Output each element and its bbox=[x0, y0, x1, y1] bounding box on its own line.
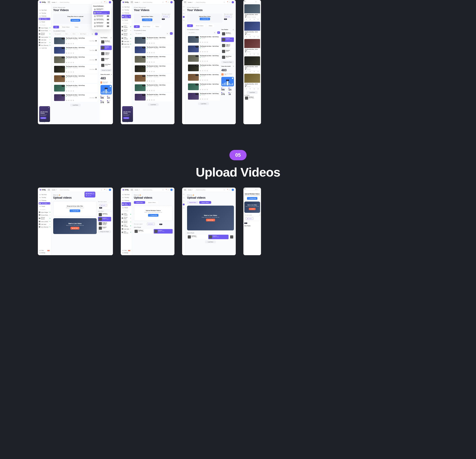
playlist-item[interactable]: Call of Duty®Shooting bbox=[101, 63, 112, 68]
logo[interactable]: Unity. bbox=[40, 1, 46, 3]
nav-feed[interactable]: New Feed bbox=[39, 9, 50, 11]
promo-card: Join the Unity Gaming Discover the best … bbox=[122, 106, 133, 122]
avatar[interactable] bbox=[109, 1, 111, 3]
help-icon[interactable] bbox=[106, 1, 108, 3]
notif-item[interactable]: Glenn GreerCommented on "Your Latest Vid… bbox=[93, 11, 110, 14]
logo[interactable]: Unity. bbox=[123, 1, 129, 3]
load-more[interactable]: Load more bbox=[39, 47, 50, 49]
video-card[interactable]: 10:42The Results Are Now – Call of Duty2… bbox=[53, 55, 98, 64]
close-icon[interactable] bbox=[48, 107, 49, 108]
view-grid-icon[interactable]: ▦ bbox=[91, 33, 94, 35]
opt-live-now[interactable]: Live now› bbox=[85, 195, 94, 197]
nav-following[interactable]: Following bbox=[122, 12, 131, 14]
choose-file-button[interactable]: △ Choose File bbox=[142, 18, 152, 21]
avatar[interactable] bbox=[259, 1, 260, 2]
load-more-button[interactable]: Load More bbox=[70, 104, 81, 106]
nav-trending[interactable]: Trending bbox=[122, 9, 131, 11]
join-now-button[interactable]: Join Now bbox=[123, 117, 129, 119]
nav-feed[interactable]: New Feed bbox=[122, 6, 131, 8]
nav-your-videos[interactable]: Your Videos⊕ bbox=[39, 18, 50, 20]
manage-playlist-button[interactable]: Manage Your Playlist bbox=[101, 69, 112, 71]
nav-trending[interactable]: Trending bbox=[39, 12, 50, 14]
menu-icon[interactable] bbox=[184, 1, 186, 3]
follower-item[interactable]: Dylan Hodges bbox=[39, 27, 50, 29]
tab-videos[interactable]: Videos bbox=[153, 25, 161, 28]
playlist-item[interactable]: Fortnite®Shooting · 12 videos bbox=[101, 45, 112, 50]
tab-stream[interactable]: Stream Videos bbox=[60, 26, 72, 28]
step-title: Upload Videos bbox=[0, 165, 476, 180]
drag-upload-box[interactable]: Drag files here to upload ⊕ choose file bbox=[53, 14, 98, 24]
notif-item[interactable]: Sarah Saundersrated 'The Results Ar…' bbox=[93, 14, 110, 18]
close-icon[interactable] bbox=[110, 86, 111, 87]
choose-file-button[interactable]: △ Choose File bbox=[70, 209, 80, 212]
filter-date[interactable]: Date uploaded bbox=[53, 33, 63, 35]
filter-more[interactable]: More bbox=[64, 33, 70, 35]
choose-file-button[interactable]: ⊕ choose file bbox=[70, 19, 80, 22]
video-card[interactable]: 10:42The Results Are Now – Call of Duty2… bbox=[53, 74, 98, 83]
live-now-button[interactable]: ◉ Live Now bbox=[70, 227, 80, 229]
playlist-add-icon[interactable]: + bbox=[110, 37, 112, 38]
drag-drop-box[interactable]: Drag and drop video files Setup a stream… bbox=[53, 201, 97, 217]
join-now-button[interactable]: Join Now bbox=[40, 117, 46, 119]
bell-icon[interactable] bbox=[257, 1, 258, 2]
notif-item[interactable]: Sarah SaundersCommented on bbox=[93, 8, 110, 11]
view-list-icon[interactable]: ☰ bbox=[95, 33, 98, 35]
confirm-button[interactable]: △ Confirm bbox=[249, 208, 255, 210]
video-card[interactable]: 10:42The Results Are Now – Call of Duty2… bbox=[134, 36, 173, 45]
nav-your-videos[interactable]: Your Videos⊕ bbox=[122, 15, 131, 18]
choose-file-button[interactable]: △ Choose File bbox=[247, 197, 257, 200]
browse-dropdown[interactable]: browse bbox=[135, 1, 140, 3]
menu-icon[interactable] bbox=[131, 1, 133, 3]
upload-options-popup: New Video⊕ Live now› bbox=[85, 192, 95, 198]
expand-icon[interactable]: ↗ bbox=[111, 74, 112, 75]
tab-all[interactable]: All bbox=[53, 26, 59, 28]
search-icon[interactable]: ⌕ bbox=[255, 1, 256, 2]
nav-playlist[interactable]: Playlist bbox=[122, 19, 131, 21]
bell-icon[interactable] bbox=[103, 1, 105, 3]
nav-your-videos[interactable] bbox=[183, 16, 185, 18]
notif-item[interactable]: Sarah Saundersrated 'The Results Ar…' bbox=[93, 25, 110, 28]
close-icon[interactable] bbox=[131, 107, 132, 108]
views-count: 483 bbox=[101, 77, 112, 80]
follower-item[interactable]: Jerry Sherman bbox=[39, 44, 50, 46]
tab-stream[interactable]: Stream Videos bbox=[146, 201, 158, 204]
browse-dropdown[interactable]: browse bbox=[52, 1, 57, 3]
tab-all[interactable]: All bbox=[134, 25, 140, 28]
promo-card: Join the Unity Gaming Discover the best … bbox=[39, 106, 50, 122]
video-card[interactable]: 10:42The Results Are Now – Call of Duty2… bbox=[53, 93, 98, 102]
tab-upload[interactable]: Upload Video bbox=[134, 201, 145, 204]
page-title: Your Videos bbox=[53, 9, 98, 12]
follower-item[interactable]: Isaac Lambert bbox=[39, 36, 50, 38]
playlist-item[interactable]: Fortnite®Shooting bbox=[101, 57, 112, 62]
upload-new-box[interactable]: Upload New Video △ Choose File bbox=[134, 14, 161, 23]
notif-item[interactable]: Sarah Saundersrated 'The Results Ar…' bbox=[93, 21, 110, 25]
menu-icon[interactable] bbox=[48, 1, 50, 3]
follower-item[interactable]: Lillie Nash bbox=[39, 39, 50, 41]
search-input[interactable]: Search Everything bbox=[142, 1, 161, 3]
mobile-video-card[interactable]: The Results Are Now – Call of DutyCall o… bbox=[244, 4, 260, 20]
follower-item[interactable]: Edith Cain bbox=[39, 42, 50, 43]
views-chart: 475 bbox=[101, 85, 112, 95]
video-card[interactable]: 10:42The Results Are Now – Call of Duty2… bbox=[53, 84, 98, 92]
live-now-button[interactable]: ◉ Live Now bbox=[206, 219, 215, 221]
video-card[interactable]: 10:42The Results Are Now – Call of Duty2… bbox=[53, 65, 98, 73]
nav-playlist[interactable]: Playlist bbox=[39, 21, 50, 23]
video-card[interactable]: 10:42The Results Are Now – Call of Duty2… bbox=[53, 36, 98, 45]
follower-item[interactable]: Richard Bowers bbox=[39, 32, 50, 35]
upload-icon[interactable] bbox=[101, 1, 102, 3]
opt-new-video[interactable]: New Video⊕ bbox=[85, 192, 94, 195]
nav-following[interactable]: Following bbox=[39, 15, 50, 17]
search-input[interactable]: Search Everything bbox=[59, 1, 99, 3]
playlist-item[interactable]: The Dota 2Dota2 · 12 videos bbox=[101, 40, 112, 44]
video-card[interactable]: 10:42The Results Are Now – Call of Duty2… bbox=[53, 46, 98, 55]
menu-icon[interactable] bbox=[244, 1, 246, 2]
tab-videos[interactable]: Videos bbox=[73, 26, 80, 28]
dropbox-button[interactable]: ▣ Dropbox bbox=[162, 15, 170, 18]
playlist-item[interactable]: League of Legends®Online game bbox=[101, 52, 112, 56]
tab-stream[interactable]: Stream Videos bbox=[141, 25, 153, 28]
notif-item[interactable]: Sarah SaundersLiked · Your Latest Video bbox=[93, 18, 110, 21]
follower-item[interactable]: Vincent Parks bbox=[39, 30, 50, 32]
load-more-button[interactable]: Load More bbox=[148, 103, 159, 106]
filter-delete[interactable]: Delete bbox=[71, 33, 78, 35]
filter-add-playlist[interactable]: Add to Playlist bbox=[79, 33, 88, 35]
